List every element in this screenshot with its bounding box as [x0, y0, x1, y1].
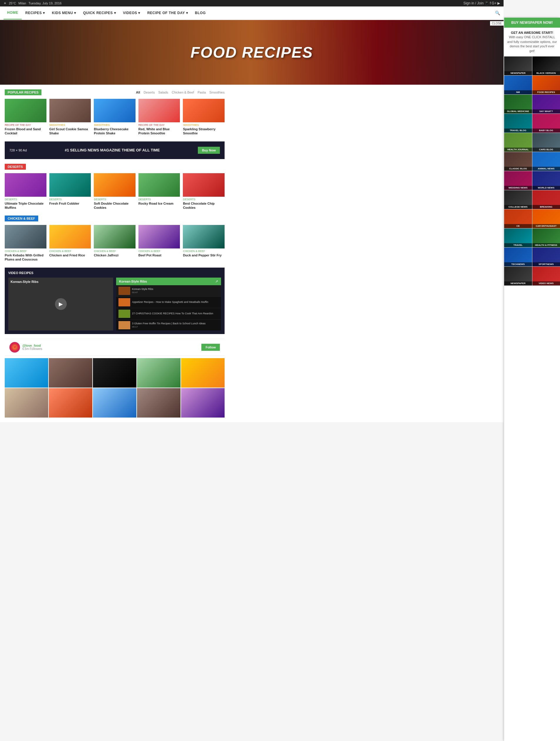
- instagram-handle[interactable]: @love_food: [22, 344, 42, 347]
- theme-item-college-news[interactable]: College NEWS: [504, 190, 532, 209]
- follow-button[interactable]: Follow: [201, 344, 220, 351]
- nav-item-kids-menu[interactable]: KIDS MENU ▾: [49, 7, 80, 19]
- sidebar-promo: GET AN AWESOME START! With easy ONE CLIC…: [504, 28, 560, 57]
- theme-item-travel-blog[interactable]: Travel Blog: [504, 114, 532, 133]
- search-icon[interactable]: 🔍: [495, 11, 500, 15]
- instagram-photo[interactable]: [181, 358, 225, 388]
- popular-recipes-tag: POPULAR RECIPES: [5, 89, 42, 95]
- recipe-card[interactable]: Deserts Rocky Road Ice Cream: [138, 173, 180, 210]
- instagram-photo[interactable]: [49, 388, 92, 417]
- filter-tab-chicken-&-beef[interactable]: Chicken & Beef: [172, 90, 194, 94]
- deserts-section: DESERTS Deserts Ultimate Triple Chocolat…: [5, 164, 225, 210]
- nav-item-quick-recipes[interactable]: QUICK RECIPES ▾: [80, 7, 120, 19]
- top-bar-right: Sign in / Join 📱 f G+ ▶: [463, 1, 500, 5]
- share-icon[interactable]: ↗: [215, 279, 218, 283]
- city: Milan: [18, 1, 26, 5]
- nav-item-recipe-of-the-day[interactable]: RECIPE OF THE DAY ▾: [144, 7, 191, 19]
- recipe-card[interactable]: Smoothies Sparkling Strawberry Smoothie: [183, 99, 225, 136]
- playlist-item[interactable]: 3 Gluten Free Muffin Tin Recipes | Back …: [116, 320, 221, 331]
- playlist-item[interactable]: 27 CHRISTMAS COOKIE RECIPES How To Cook …: [116, 308, 221, 320]
- theme-item-classic-blog[interactable]: Classic Blog: [504, 152, 532, 171]
- play-button[interactable]: ▶: [55, 298, 67, 310]
- theme-item-ce[interactable]: CE: [504, 209, 532, 228]
- filter-tab-pasta[interactable]: Pasta: [198, 90, 206, 94]
- playlist-item[interactable]: Korean-Style Ribs 00:47: [116, 285, 221, 297]
- popular-recipes-section: POPULAR RECIPES AllDesertsSaladsChicken …: [5, 89, 225, 136]
- theme-item-newspaper[interactable]: NEWSPAPER: [504, 57, 532, 75]
- playlist-header: Korean-Style Ribs ↗: [116, 278, 221, 285]
- filter-tab-deserts[interactable]: Deserts: [144, 90, 155, 94]
- video-section-title: VIDEO RECIPES: [8, 271, 221, 275]
- promo-title: GET AN AWESOME START!: [511, 31, 553, 35]
- theme-item-video-news[interactable]: VIDEO NEWS: [532, 267, 560, 285]
- nav-item-recipes[interactable]: RECIPES ▾: [22, 7, 49, 19]
- recipe-card[interactable]: Deserts Soft Double Chocolate Cookies: [94, 173, 136, 210]
- video-section: VIDEO RECIPES Korean-Style Ribs ▶ Korean…: [5, 268, 225, 334]
- sidebar-close-btn[interactable]: CLOSE: [490, 21, 503, 25]
- chicken-beef-section: CHICKEN & BEEF Chicken & Beef Pork Kebab…: [5, 215, 225, 262]
- video-player[interactable]: Korean-Style Ribs ▶: [8, 278, 113, 331]
- top-bar-left: ☀ 25°C Milan Tuesday, July 19, 2016: [4, 1, 61, 5]
- theme-item-cars-blog[interactable]: CARS BLOG: [532, 133, 560, 152]
- nav-item-home[interactable]: HOME: [4, 6, 22, 19]
- instagram-photo[interactable]: [5, 358, 48, 388]
- date: Tuesday, July 19, 2016: [28, 1, 62, 5]
- filter-tab-salads[interactable]: Salads: [158, 90, 168, 94]
- theme-item-health-journal[interactable]: Health Journal: [504, 133, 532, 152]
- theme-item-world-news[interactable]: WORLD NEWS: [532, 171, 560, 190]
- theme-item-nm[interactable]: NM: [504, 76, 532, 94]
- theme-item-black-version[interactable]: BLACK VERSION: [532, 57, 560, 75]
- recipe-card[interactable]: Chicken & Beef Chicken and Fried Rice: [49, 225, 91, 262]
- nav-item-videos[interactable]: VIDEOS ▾: [119, 7, 144, 19]
- instagram-photo[interactable]: [93, 388, 136, 417]
- chicken-beef-tag[interactable]: CHICKEN & BEEF: [5, 215, 38, 221]
- temperature: 25°C: [9, 1, 16, 5]
- theme-item-travel[interactable]: Travel: [504, 228, 532, 247]
- recipe-card[interactable]: Recipe of the Day Red, White and Blue Pr…: [138, 99, 180, 136]
- instagram-photo[interactable]: [137, 358, 181, 388]
- theme-item-wedding-news[interactable]: WEDDING NEWS: [504, 171, 532, 190]
- theme-item-food-recipes[interactable]: FOOD RECIPES: [532, 76, 560, 94]
- theme-item-say-what?[interactable]: SAY WHAT?: [532, 95, 560, 114]
- instagram-photo[interactable]: [137, 388, 181, 417]
- google-plus-icon[interactable]: G+: [492, 1, 496, 5]
- recipe-card[interactable]: Chicken & Beef Pork Kebabs With Grilled …: [5, 225, 47, 262]
- instagram-photo[interactable]: [49, 358, 92, 388]
- nav-items: HOMERECIPES ▾KIDS MENU ▾QUICK RECIPES ▾V…: [4, 6, 209, 19]
- recipe-card[interactable]: Deserts Ultimate Triple Chocolate Muffin…: [5, 173, 47, 210]
- theme-item-animal-news[interactable]: ANIMAL NEWS: [532, 152, 560, 171]
- deserts-tag[interactable]: DESERTS: [5, 164, 26, 170]
- recipe-card[interactable]: Deserts Best Chocolate Chip Cookies: [183, 173, 225, 210]
- hero-title: FOOD RECIPES: [191, 44, 313, 61]
- sidebar-panel: BUY NEWSPAPER NOW! GET AN AWESOME START!…: [504, 18, 560, 422]
- recipe-card[interactable]: Chicken & Beef Duck and Pepper Stir Fry: [183, 225, 225, 262]
- recipe-card[interactable]: Chicken & Beef Beef Pot Roast: [138, 225, 180, 262]
- theme-item-health-&-fitness[interactable]: Health & Fitness: [532, 228, 560, 247]
- ad-buy-button[interactable]: Buy Now: [198, 147, 220, 154]
- recipe-card[interactable]: Smoothies Girl Scout Cookie Samoa Shake: [49, 99, 91, 136]
- recipe-card[interactable]: Smoothies Blueberry Cheesecake Protein S…: [94, 99, 136, 136]
- filter-tab-smoothies[interactable]: Smoothies: [209, 90, 225, 94]
- theme-item-newspaper[interactable]: NEWSPAPER: [504, 267, 532, 285]
- instagram-photo[interactable]: [93, 358, 136, 388]
- theme-item-sportnews[interactable]: SPORTNEWS: [532, 248, 560, 266]
- theme-item-global-medicine[interactable]: GLOBAL MEDICINE: [504, 95, 532, 114]
- theme-item-technews[interactable]: TECHNEWS: [504, 248, 532, 266]
- filter-tab-all[interactable]: All: [136, 90, 140, 94]
- instagram-photo[interactable]: [181, 388, 225, 417]
- instagram-photo[interactable]: [5, 388, 48, 417]
- recipe-card[interactable]: Chicken & Beef Chicken Jalfrezi: [94, 225, 136, 262]
- theme-item-breaking[interactable]: BREAKING: [532, 190, 560, 209]
- signin-link[interactable]: Sign in / Join: [463, 1, 484, 5]
- playlist-item[interactable]: Appetizer Recipes - How to Make Spaghett…: [116, 297, 221, 308]
- theme-item-car-enthusiast[interactable]: CAR Enthusiast: [532, 209, 560, 228]
- recipe-card[interactable]: Recipe of the Day Frozen Blood and Sand …: [5, 99, 47, 136]
- buy-newspaper-button[interactable]: BUY NEWSPAPER NOW!: [504, 18, 560, 28]
- nav-item-blog[interactable]: BLOG: [191, 7, 209, 19]
- theme-item-baby-blog[interactable]: Baby Blog: [532, 114, 560, 133]
- ad-banner: 728 × 90 Ad #1 SELLING NEWS MAGAZINE THE…: [5, 141, 225, 159]
- phone-icon[interactable]: 📱: [484, 1, 489, 5]
- recipe-card[interactable]: Deserts Fresh Fruit Cobbler: [49, 173, 91, 210]
- youtube-icon[interactable]: ▶: [497, 1, 500, 5]
- facebook-icon[interactable]: f: [490, 1, 491, 5]
